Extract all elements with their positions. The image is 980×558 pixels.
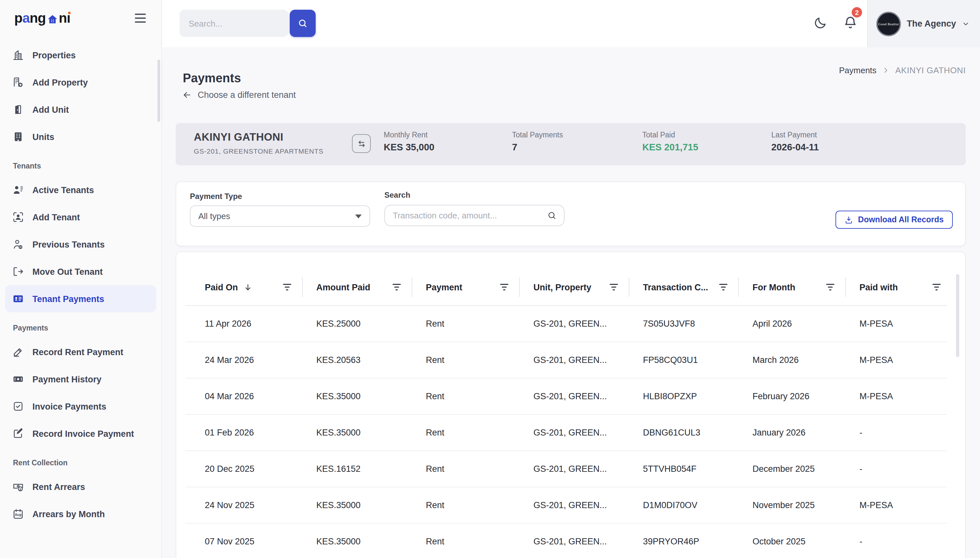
cell-paid-with: M-PESA	[845, 342, 952, 378]
header-unit-property[interactable]: Unit, Property	[519, 269, 629, 305]
cell-code: 5TTVHB054F	[629, 451, 738, 487]
search-button[interactable]	[290, 10, 316, 37]
sidebar-item-active-tenants[interactable]: Active Tenants	[5, 176, 156, 204]
sidebar-item-label: Active Tenants	[33, 185, 94, 195]
sidebar-item-arrears-by-month[interactable]: Aug Arrears by Month	[5, 500, 156, 528]
table-row: 01 Feb 2026 KES.35000 Rent GS-201, GREEN…	[185, 415, 947, 451]
dark-mode-toggle-moon-icon[interactable]	[813, 16, 827, 30]
logo-letter: a	[22, 10, 30, 26]
cell-payment: Rent	[412, 306, 519, 341]
sidebar-item-rent-arrears[interactable]: $ Rent Arrears	[5, 473, 156, 500]
cell-paid-with: -	[845, 451, 952, 487]
sidebar-item-label: Payment History	[33, 374, 102, 384]
pangoni-logo[interactable]: pang nı	[14, 10, 70, 26]
cell-unit: GS-201, GREEN...	[519, 415, 629, 450]
cell-paid-on: 07 Nov 2025	[185, 524, 302, 558]
payments-table: Paid On Amount Paid Payment Unit, Proper…	[185, 269, 947, 558]
notifications-bell-icon[interactable]	[843, 16, 857, 30]
cell-code: HLBI8OPZXP	[629, 379, 738, 414]
table-scrollbar[interactable]	[956, 274, 959, 357]
cell-unit: GS-201, GREEN...	[519, 451, 629, 487]
sidebar-item-properties[interactable]: Properties	[5, 41, 156, 69]
cell-unit: GS-201, GREEN...	[519, 379, 629, 414]
sidebar-item-add-property[interactable]: Add Property	[5, 69, 156, 96]
sidebar-item-label: Arrears by Month	[33, 509, 105, 519]
sidebar-section-tenants: Tenants	[0, 150, 161, 176]
sidebar-item-move-out-tenant[interactable]: Move Out Tenant	[5, 258, 156, 285]
swap-arrows-icon	[357, 139, 366, 148]
filter-icon[interactable]	[932, 283, 941, 291]
sidebar-item-label: Add Property	[33, 77, 88, 87]
logo-letter: ı	[67, 10, 70, 26]
cell-for-month: January 2026	[738, 415, 845, 450]
cell-for-month: March 2026	[738, 342, 845, 378]
header-amount-paid[interactable]: Amount Paid	[302, 269, 412, 305]
header-paid-with[interactable]: Paid with	[845, 269, 952, 305]
filter-icon[interactable]	[719, 283, 728, 291]
sidebar-item-payment-history[interactable]: Payment History	[5, 366, 156, 393]
sidebar-item-invoice-payments[interactable]: Invoice Payments	[5, 393, 156, 420]
app-root: pang nı Properties Add Property Add Unit	[0, 0, 980, 558]
sidebar-item-label: Previous Tenants	[33, 240, 105, 249]
cell-code: FP58CQ03U1	[629, 342, 738, 378]
cell-paid-on: 24 Mar 2026	[185, 342, 302, 378]
cell-payment: Rent	[412, 342, 519, 378]
filter-icon[interactable]	[609, 283, 618, 291]
cell-payment: Rent	[412, 487, 519, 523]
payment-type-label: Payment Type	[190, 192, 242, 201]
sidebar-item-record-invoice-payment[interactable]: Record Invoice Payment	[5, 420, 156, 447]
sidebar-item-label: Record Rent Payment	[33, 347, 123, 357]
sidebar-item-label: Properties	[33, 50, 76, 60]
transaction-search-input[interactable]	[385, 211, 547, 220]
filter-icon[interactable]	[282, 283, 292, 291]
sidebar-item-label: Units	[33, 132, 54, 141]
filter-icon[interactable]	[826, 283, 835, 291]
cell-paid-with: M-PESA	[845, 379, 952, 414]
sidebar-item-add-unit[interactable]: Add Unit	[5, 96, 156, 123]
account-menu[interactable]: Good Realtor The Agency	[867, 0, 980, 47]
cell-unit: GS-201, GREEN...	[519, 306, 629, 341]
chevron-right-icon	[882, 67, 890, 74]
choose-different-tenant-link[interactable]: Choose a different tenant	[182, 90, 296, 100]
sidebar-scrollbar[interactable]	[158, 60, 160, 122]
cell-paid-on: 01 Feb 2026	[185, 415, 302, 450]
tenant-unit: GS-201, GREENSTONE APARTMENTS	[194, 147, 323, 155]
breadcrumb: Payments AKINYI GATHONI	[839, 66, 966, 75]
table-row: 04 Mar 2026 KES.35000 Rent GS-201, GREEN…	[185, 379, 947, 415]
cell-amount: KES.35000	[302, 524, 412, 558]
sort-desc-arrow-icon[interactable]	[244, 283, 252, 291]
sidebar-item-record-rent-payment[interactable]: Record Rent Payment	[5, 338, 156, 366]
switch-tenant-button[interactable]	[352, 134, 371, 153]
main-content: Payments Payments AKINYI GATHONI Choose …	[162, 47, 980, 558]
sidebar-item-add-tenant[interactable]: Add Tenant	[5, 204, 156, 231]
topbar: 2 Good Realtor The Agency	[162, 0, 980, 48]
cell-paid-on: 24 Nov 2025	[185, 487, 302, 523]
breadcrumb-current: AKINYI GATHONI	[895, 66, 966, 75]
notification-count-badge: 2	[852, 7, 862, 18]
filters-card: Payment Type All types Search Download A…	[176, 181, 966, 246]
sidebar: pang nı Properties Add Property Add Unit	[0, 0, 162, 558]
header-transaction-code[interactable]: Transaction C...	[629, 269, 738, 305]
header-for-month[interactable]: For Month	[738, 269, 845, 305]
chevron-down-icon	[962, 20, 970, 28]
transaction-search-field	[384, 205, 565, 226]
sidebar-item-tenant-payments[interactable]: Tenant Payments	[5, 285, 156, 312]
payment-type-select[interactable]: All types	[190, 205, 370, 227]
cell-payment: Rent	[412, 451, 519, 487]
header-paid-on[interactable]: Paid On	[185, 269, 302, 305]
filter-icon[interactable]	[392, 283, 401, 291]
search-input[interactable]	[179, 10, 289, 37]
hamburger-menu-icon[interactable]	[132, 11, 148, 25]
cell-paid-with: M-PESA	[845, 487, 952, 523]
breadcrumb-payments[interactable]: Payments	[839, 66, 877, 75]
sidebar-item-units[interactable]: Units	[5, 123, 156, 150]
cell-unit: GS-201, GREEN...	[519, 487, 629, 523]
sidebar-item-previous-tenants[interactable]: Previous Tenants	[5, 231, 156, 258]
cell-amount: KES.25000	[302, 306, 412, 341]
cell-unit: GS-201, GREEN...	[519, 342, 629, 378]
sidebar-item-label: Tenant Payments	[33, 294, 104, 304]
download-all-records-button[interactable]: Download All Records	[836, 211, 953, 229]
cell-amount: KES.20563	[302, 342, 412, 378]
filter-icon[interactable]	[500, 283, 509, 291]
header-payment[interactable]: Payment	[412, 269, 519, 305]
